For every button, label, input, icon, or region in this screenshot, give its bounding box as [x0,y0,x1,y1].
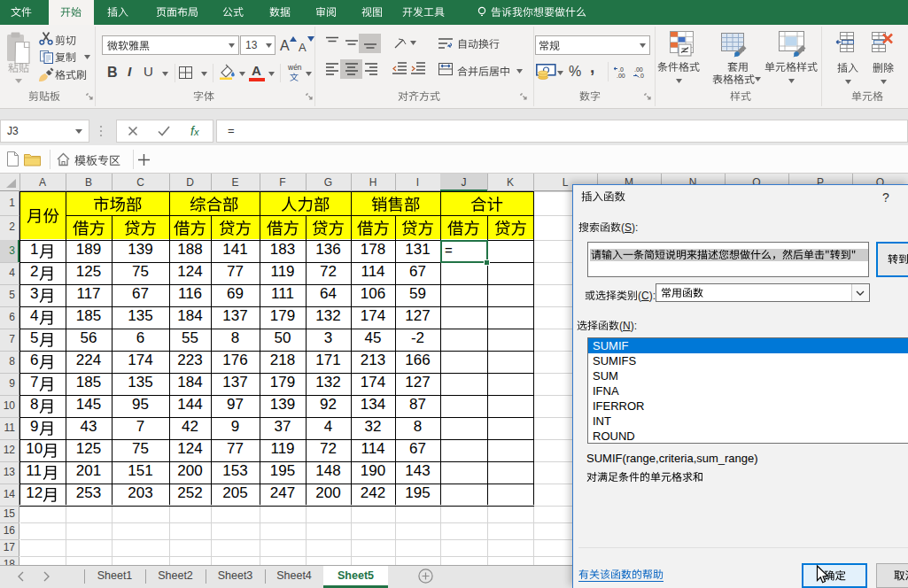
svg-text:.0: .0 [639,73,644,79]
svg-text:.00: .00 [634,66,643,73]
svg-text:.0: .0 [618,66,624,73]
svg-text:.00: .00 [617,73,625,79]
